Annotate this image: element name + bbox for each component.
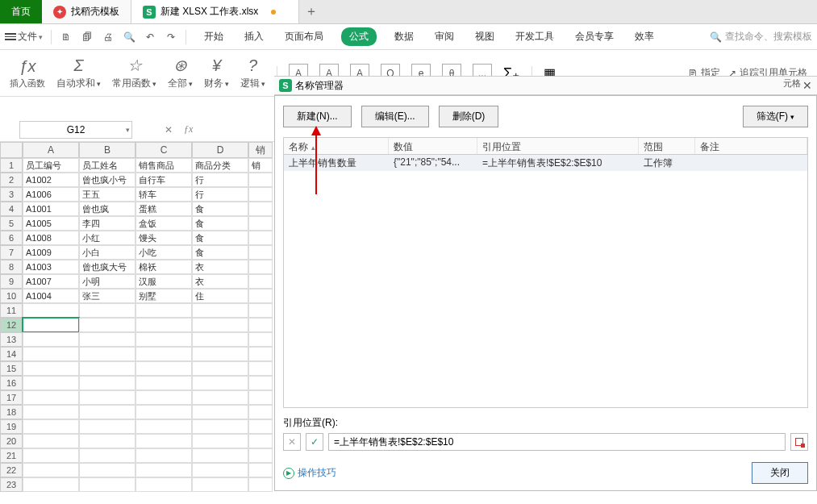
print-icon[interactable]: 🖨 xyxy=(102,31,115,44)
cell[interactable]: 蛋糕 xyxy=(135,202,192,216)
cell[interactable]: 小白 xyxy=(79,245,135,260)
row-header[interactable]: 8 xyxy=(0,260,23,274)
cell[interactable] xyxy=(135,463,192,477)
cell[interactable]: 李四 xyxy=(79,216,135,231)
cell[interactable]: 王五 xyxy=(79,187,135,202)
cell[interactable] xyxy=(248,173,273,187)
cell[interactable]: 曾也疯 xyxy=(79,202,135,216)
cell[interactable] xyxy=(248,187,273,202)
row-header[interactable]: 17 xyxy=(0,390,23,405)
cell[interactable] xyxy=(248,202,273,216)
all-fn-button[interactable]: ⊛ 全部 ▾ xyxy=(168,56,193,90)
cell[interactable]: 小吃 xyxy=(135,245,192,260)
cell[interactable] xyxy=(23,434,79,448)
common-fn-button[interactable]: ☆ 常用函数 ▾ xyxy=(112,56,156,90)
cell[interactable]: A1004 xyxy=(23,289,79,303)
cell[interactable]: 盒饭 xyxy=(135,216,192,231)
file-menu[interactable]: 文件 ▾ xyxy=(5,30,43,44)
finance-button[interactable]: ¥ 财务 ▾ xyxy=(204,56,229,90)
cell[interactable] xyxy=(135,390,192,405)
cell[interactable]: 小明 xyxy=(79,274,135,289)
cell[interactable] xyxy=(192,318,248,332)
cell[interactable] xyxy=(135,448,192,463)
cell[interactable]: 别墅 xyxy=(135,289,192,303)
cell[interactable] xyxy=(135,405,192,419)
menu-tab-dev[interactable]: 开发工具 xyxy=(512,27,557,47)
row-header[interactable]: 15 xyxy=(0,361,23,376)
cell[interactable] xyxy=(79,390,135,405)
cell[interactable] xyxy=(79,318,135,332)
cell[interactable] xyxy=(248,318,273,332)
cancel-fx-icon[interactable]: ✕ xyxy=(165,124,173,135)
cell[interactable]: 食 xyxy=(192,202,248,216)
col-header[interactable]: B xyxy=(79,142,135,158)
cell[interactable] xyxy=(192,390,248,405)
nm-th-note[interactable]: 备注 xyxy=(695,138,807,154)
row-header[interactable]: 10 xyxy=(0,289,23,303)
row-header[interactable]: 14 xyxy=(0,347,23,361)
row-header[interactable]: 4 xyxy=(0,202,23,216)
row-header[interactable]: 19 xyxy=(0,419,23,434)
cell[interactable]: 自行车 xyxy=(135,173,192,187)
cell[interactable] xyxy=(79,376,135,390)
cell[interactable]: A1008 xyxy=(23,231,79,245)
cell[interactable] xyxy=(79,347,135,361)
cell[interactable] xyxy=(192,463,248,477)
cell[interactable] xyxy=(248,332,273,347)
menu-tab-layout[interactable]: 页面布局 xyxy=(281,27,327,47)
select-all-corner[interactable] xyxy=(0,142,23,158)
row-header[interactable]: 9 xyxy=(0,274,23,289)
row-header[interactable]: 6 xyxy=(0,231,23,245)
nm-edit-button[interactable]: 编辑(E)... xyxy=(361,106,429,127)
cell[interactable] xyxy=(79,434,135,448)
cell[interactable] xyxy=(248,477,273,492)
nm-close-x[interactable]: ✕ xyxy=(802,79,812,92)
cell[interactable] xyxy=(23,347,79,361)
row-header[interactable]: 3 xyxy=(0,187,23,202)
cell[interactable]: A1001 xyxy=(23,202,79,216)
undo-icon[interactable]: ↶ xyxy=(144,31,156,44)
nm-th-name[interactable]: 名称 xyxy=(284,138,389,154)
save-icon[interactable]: 🗎 xyxy=(60,31,73,44)
cell[interactable]: 张三 xyxy=(79,289,135,303)
cell[interactable] xyxy=(248,448,273,463)
cell[interactable] xyxy=(248,260,273,274)
tab-docai[interactable]: ✦ 找稻壳模板 xyxy=(42,0,131,23)
cell[interactable]: A1003 xyxy=(23,260,79,274)
logic-button[interactable]: ? 逻辑 ▾ xyxy=(240,56,265,90)
cell[interactable] xyxy=(135,332,192,347)
cell[interactable] xyxy=(192,419,248,434)
cell[interactable] xyxy=(135,477,192,492)
cell[interactable] xyxy=(248,434,273,448)
row-header[interactable]: 11 xyxy=(0,303,23,318)
nm-ref-cancel[interactable]: ✕ xyxy=(283,433,301,451)
menu-tab-review[interactable]: 审阅 xyxy=(431,27,457,47)
tab-home[interactable]: 首页 xyxy=(0,0,42,23)
cell[interactable] xyxy=(23,405,79,419)
autosum-button[interactable]: Σ 自动求和 ▾ xyxy=(56,56,101,90)
preview-icon[interactable]: 🔍 xyxy=(123,31,135,44)
row-header[interactable]: 23 xyxy=(0,477,23,492)
row-header[interactable]: 1 xyxy=(0,158,23,173)
row-header[interactable]: 20 xyxy=(0,434,23,448)
cell[interactable]: 行 xyxy=(192,173,248,187)
cell[interactable] xyxy=(23,332,79,347)
cell[interactable] xyxy=(79,463,135,477)
cell[interactable]: 曾也疯小号 xyxy=(79,173,135,187)
cell[interactable] xyxy=(79,448,135,463)
cell[interactable] xyxy=(192,405,248,419)
col-header[interactable]: 销 xyxy=(248,142,273,158)
cell[interactable]: 行 xyxy=(192,187,248,202)
row-header[interactable]: 12 xyxy=(0,318,23,332)
nm-th-scope[interactable]: 范围 xyxy=(639,138,695,154)
cell[interactable]: 食 xyxy=(192,216,248,231)
cell[interactable] xyxy=(192,448,248,463)
cell[interactable]: 衣 xyxy=(192,260,248,274)
cell[interactable]: 曾也疯大号 xyxy=(79,260,135,274)
cell[interactable] xyxy=(23,318,79,332)
row-header[interactable]: 2 xyxy=(0,173,23,187)
cell[interactable] xyxy=(23,477,79,492)
cell[interactable] xyxy=(23,419,79,434)
new-tab-button[interactable]: ＋ xyxy=(299,0,323,23)
cell[interactable] xyxy=(135,303,192,318)
